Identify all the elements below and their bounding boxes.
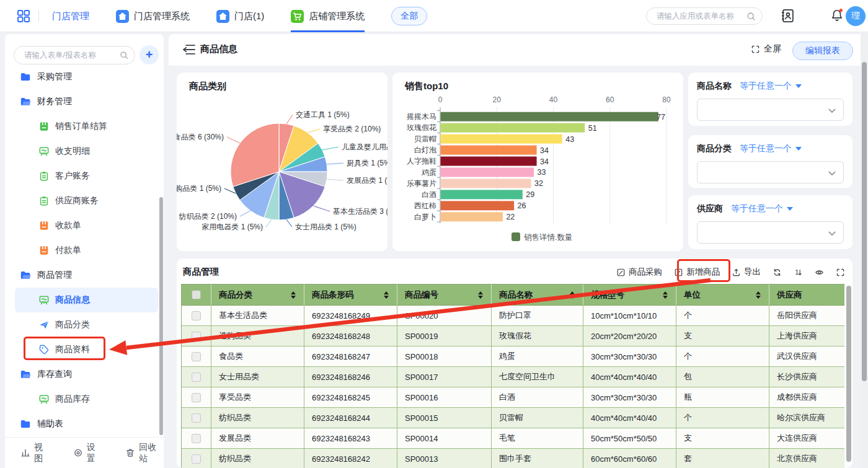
notification-bell-icon[interactable]: [830, 7, 844, 24]
sort-toggle[interactable]: [478, 291, 483, 299]
sidebar-footer-item-0[interactable]: 视图: [20, 442, 51, 464]
sidebar-item-2[interactable]: 销售订单结算: [15, 114, 158, 139]
filter-condition-dropdown[interactable]: 等于任意一个: [740, 143, 802, 154]
workspace-link[interactable]: 门店管理: [52, 11, 89, 22]
topbar-tab-1[interactable]: 门店(1): [216, 0, 264, 32]
sidebar-item-8[interactable]: 商品管理: [15, 263, 158, 288]
product-category-select[interactable]: [697, 161, 844, 183]
row-checkbox[interactable]: [192, 332, 201, 341]
apps-grid-icon[interactable]: [17, 9, 30, 23]
cell: 纺织品类: [211, 408, 304, 428]
user-avatar[interactable]: 理: [846, 6, 866, 26]
board-green-icon: [38, 146, 50, 157]
row-checkbox[interactable]: [192, 393, 201, 402]
filter-condition-dropdown[interactable]: 等于任意一个: [740, 81, 802, 92]
sidebar-item-10[interactable]: 商品分类: [15, 312, 158, 337]
add-product-button[interactable]: 新增商品: [674, 267, 720, 278]
sidebar-item-1[interactable]: 财务管理: [15, 89, 158, 114]
sidebar-scrollbar[interactable]: [159, 197, 163, 435]
table-row-2[interactable]: 食品类6923248168247SP00018鸡蛋30cm*30cm*30/30…: [182, 347, 844, 367]
table-row-1[interactable]: 选购品类6923248168248SP00019玫瑰假花20cm*20cm*20…: [182, 326, 844, 347]
select-all-checkbox[interactable]: [192, 290, 201, 299]
table-row-0[interactable]: 基本生活品类6923248168249SP00020防护口罩10cm*10cm*…: [182, 306, 844, 326]
caret-down-icon: [795, 147, 802, 151]
cell: SP00015: [397, 408, 492, 428]
all-apps-button[interactable]: 全部: [391, 7, 427, 25]
sidebar-item-11-annotated[interactable]: 商品资料: [15, 337, 158, 362]
sidebar-search-input[interactable]: [23, 46, 115, 64]
purchase-product-button[interactable]: 商品采购: [616, 267, 662, 278]
sidebar-item-4[interactable]: 客户账务: [15, 164, 158, 188]
sidebar-footer-item-2[interactable]: 回收站: [125, 442, 164, 464]
table-toolbar: 商品采购新增商品导出1: [616, 264, 845, 280]
visibility-button[interactable]: [815, 268, 824, 277]
refresh-button[interactable]: [773, 268, 782, 277]
column-header-3[interactable]: 商品编号: [397, 285, 492, 306]
cell: 6923248168245: [304, 387, 397, 408]
table-scrollbar-thumb[interactable]: [846, 286, 851, 462]
sidebar-item-7[interactable]: 付款单: [15, 238, 158, 263]
filter-label: 供应商: [697, 203, 723, 214]
table-row-6[interactable]: 发展品类6923248168243SP00014毛笔50cm*50cm*50/5…: [182, 428, 844, 449]
column-header-5[interactable]: 规格型号: [583, 285, 676, 306]
topbar: 门店管理 门店管理系统门店(1)店铺管理系统 全部 理: [0, 0, 868, 32]
sidebar-item-0[interactable]: 采购管理: [15, 64, 158, 89]
topbar-tab-2[interactable]: 店铺管理系统: [291, 0, 365, 32]
export-button[interactable]: 导出: [732, 267, 761, 278]
bar-2: [441, 135, 562, 144]
row-checkbox[interactable]: [192, 413, 201, 423]
collapse-sidebar-icon[interactable]: [182, 44, 196, 55]
product-name-select[interactable]: [697, 99, 844, 121]
add-form-button[interactable]: +: [140, 45, 159, 64]
cell: 纺织品类: [211, 449, 304, 468]
edit-report-button[interactable]: 编辑报表: [792, 42, 853, 60]
contacts-book-icon[interactable]: [780, 8, 795, 24]
sidebar-item-9[interactable]: 商品信息: [15, 288, 158, 312]
cell: 6923248168247: [304, 347, 397, 367]
fullscreen-button[interactable]: 全屏: [751, 43, 781, 55]
filter-card-product-name: 商品名称 等于任意一个: [688, 73, 852, 126]
row-checkbox-cell: [182, 326, 211, 347]
topbar-search-input[interactable]: [655, 8, 742, 24]
table-scrollbar-track: [846, 284, 852, 466]
table-row-5[interactable]: 纺织品类6923248168244SP00015贝雷帽40cm*40cm*40/…: [182, 408, 844, 428]
bar-4: [441, 157, 537, 166]
sidebar-footer-item-1[interactable]: 设置: [73, 442, 104, 464]
sort-toggle[interactable]: [756, 291, 761, 299]
cell: SP00014: [397, 428, 492, 449]
sort-toggle[interactable]: [663, 291, 668, 299]
column-header-4[interactable]: 商品名称: [492, 285, 583, 306]
sidebar-item-5[interactable]: 供应商账务: [15, 188, 158, 213]
bar-category-label: 白灯泡: [414, 146, 436, 154]
cell: SP00016: [397, 387, 492, 408]
table-row-4[interactable]: 享受品类6923248168245SP00016白酒30cm*30cm*30/3…: [182, 387, 844, 408]
row-checkbox[interactable]: [192, 373, 201, 382]
bar-5: [441, 167, 534, 177]
sort-toggle[interactable]: [384, 291, 389, 299]
column-header-6[interactable]: 单位: [676, 285, 769, 306]
svg-text:0: 0: [438, 95, 443, 104]
column-header-2[interactable]: 商品条形码: [304, 285, 397, 306]
row-checkbox[interactable]: [192, 311, 201, 320]
table-fullscreen-button[interactable]: [836, 268, 845, 277]
sort-toggle[interactable]: [570, 291, 575, 299]
sidebar-item-3[interactable]: 收支明细: [15, 139, 158, 164]
sidebar-item-13[interactable]: 商品库存: [15, 387, 158, 412]
sort-toggle[interactable]: [291, 291, 296, 299]
row-checkbox[interactable]: [192, 434, 201, 443]
sidebar-item-6[interactable]: 收款单: [15, 213, 158, 238]
row-checkbox[interactable]: [192, 352, 201, 361]
filter-condition-dropdown[interactable]: 等于任意一个: [731, 203, 793, 214]
sidebar-item-14[interactable]: 辅助表: [15, 412, 158, 436]
supplier-select[interactable]: [697, 221, 844, 244]
topbar-tab-0[interactable]: 门店管理系统: [116, 0, 190, 32]
sidebar-item-12[interactable]: 库存查询: [15, 362, 158, 387]
row-checkbox[interactable]: [192, 454, 201, 464]
bar-value-label: 77: [657, 113, 665, 121]
column-header-1[interactable]: 商品分类: [211, 285, 304, 306]
table-row-7[interactable]: 纺织品类6923248168242SP00013围巾手套60cm*60cm*60…: [182, 449, 844, 468]
sort-button[interactable]: 1: [794, 268, 803, 277]
table-row-3[interactable]: 女士用品类6923248168246SP00017七度空间卫生巾40cm*40c…: [182, 367, 844, 387]
page-scrollbar-thumb[interactable]: [862, 62, 867, 381]
sidebar-item-label: 收支明细: [55, 146, 90, 157]
